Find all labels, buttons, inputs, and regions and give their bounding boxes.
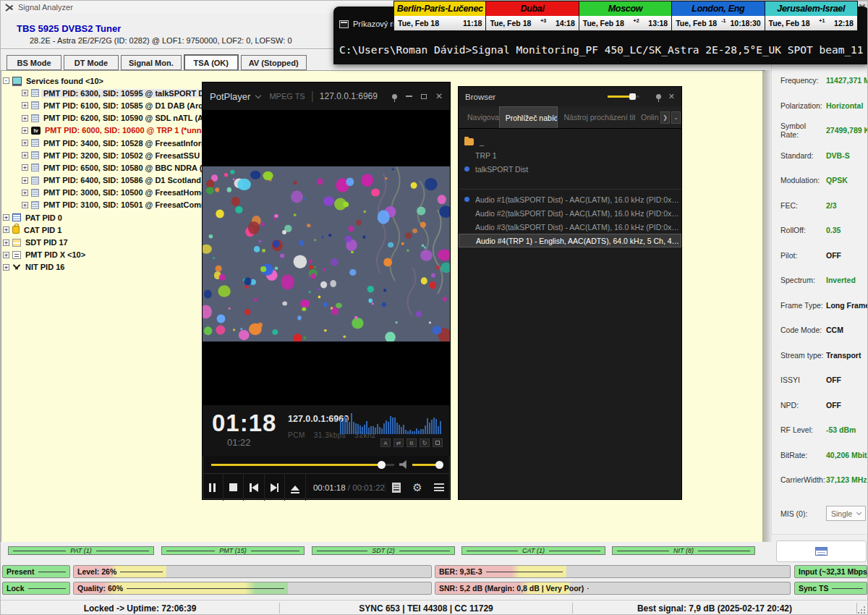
tree-expander[interactable]: +	[22, 152, 28, 158]
clock-london-eng: London, EngTue, Feb 18-110:18:30	[672, 1, 765, 31]
tree-expander[interactable]: +	[22, 102, 28, 109]
volume-knob[interactable]	[435, 461, 443, 469]
potplayer-titlebar[interactable]: PotPlayer MPEG TS | 127.0.0.1:6969 ✕	[203, 82, 450, 110]
tree-expander[interactable]: +	[22, 115, 28, 122]
clock-date: Tue, Feb 18	[490, 19, 531, 27]
tab-scroll-right-button[interactable]: ❯	[660, 111, 670, 124]
parameter-row: Modulation:QPSK	[780, 168, 866, 193]
close-icon[interactable]: ✕	[668, 92, 675, 101]
close-icon[interactable]: ✕	[435, 91, 443, 101]
section-bar-nit-8-: NIT (8)	[612, 546, 755, 555]
elapsed-time: 01:18	[212, 410, 276, 437]
video-squiggles	[203, 166, 450, 342]
tree-expander[interactable]: +	[22, 177, 28, 184]
tree-expander[interactable]: +	[3, 226, 9, 233]
parameter-value: Transport	[826, 351, 861, 360]
tree-expander[interactable]: +	[3, 239, 9, 246]
mode-button-signal-mon-[interactable]: Signal Mon.	[121, 55, 182, 70]
tree-expander[interactable]: -	[3, 77, 9, 84]
tab-onlin[interactable]: Onlin	[635, 106, 660, 128]
resize-grip[interactable]	[857, 606, 866, 614]
volume-bar[interactable]	[412, 464, 443, 466]
a-point-button[interactable]: A	[380, 438, 391, 447]
pin-icon[interactable]	[656, 94, 661, 99]
ab-arrow-icon[interactable]: ⇄	[393, 438, 404, 447]
tree-expander[interactable]: +	[22, 127, 28, 134]
mis-select[interactable]: Single	[826, 506, 866, 521]
tree-item-label: Services found <10>	[24, 77, 106, 85]
tab-navigovat[interactable]: Navigovat	[461, 106, 499, 128]
next-button[interactable]	[265, 474, 286, 501]
repeat-icon[interactable]: ↻	[420, 438, 430, 447]
parameter-row: Stream type:Transport	[780, 343, 866, 368]
clock-time-row: Tue, Feb 1811:18	[394, 16, 485, 30]
audio-track-item[interactable]: Audio #1(talkSPORT Dist) - AAC(LATM), 16…	[459, 192, 681, 206]
tree-expander[interactable]: +	[22, 90, 28, 96]
tree-expander[interactable]: +	[22, 190, 28, 196]
speaker-icon[interactable]	[399, 460, 409, 469]
terminal-command[interactable]: C:\Users\Roman Dávid>Signal Monitoring_P…	[339, 44, 868, 56]
browser-slider[interactable]	[608, 96, 639, 98]
tree-expander[interactable]: +	[3, 214, 9, 221]
clock-offset: -1	[721, 18, 726, 23]
tree-expander[interactable]: +	[3, 264, 9, 271]
clock-time: 13:18	[648, 19, 668, 27]
browser-titlebar[interactable]: Browser ✕	[459, 87, 681, 106]
audio-track-item[interactable]: Audio #4(TRP 1) - English, AAC(ADTS), 64…	[459, 234, 681, 247]
signal-analyzer-window: Signal Analyzer TBS 5925 DVBS2 Tuner 28.…	[0, 0, 868, 615]
tab-prohl-e-nab-dky[interactable]: Prohlížeč nabídky	[499, 106, 558, 128]
parameter-value: 27499,789 KS/s	[826, 126, 868, 135]
chevron-down-icon	[255, 92, 261, 98]
tree-expander[interactable]: +	[22, 202, 28, 208]
audio-track-item[interactable]: Audio #2(talkSPORT Dist) - AAC(LATM), 16…	[459, 206, 681, 220]
previous-button[interactable]	[244, 474, 265, 501]
tab-n-stroj-proch-zen-titulk-[interactable]: Nástroj procházení titulků	[558, 106, 635, 128]
mode-button-tsa-ok-[interactable]: TSA (OK)	[184, 54, 239, 71]
video-zone[interactable]	[203, 110, 450, 405]
tree-item-label: PMT PID: 6200, SID: 10590 @ SDL nATL (Ar…	[41, 114, 227, 122]
parameter-value: OFF	[826, 401, 841, 410]
stop-button[interactable]	[224, 474, 244, 501]
mis-value: Single	[831, 509, 852, 518]
minimize-icon[interactable]	[406, 96, 412, 97]
fullscreen-icon[interactable]	[433, 438, 443, 447]
seek-knob[interactable]	[378, 461, 386, 469]
maximize-icon[interactable]	[421, 94, 427, 99]
settings-button[interactable]: ⚙	[407, 481, 428, 494]
eject-button[interactable]	[285, 474, 306, 501]
potplayer-window: PotPlayer MPEG TS | 127.0.0.1:6969 ✕	[202, 82, 451, 500]
playlist-button[interactable]	[385, 483, 407, 493]
grid-icon	[31, 114, 39, 122]
parameter-value: CCM	[826, 326, 843, 334]
tab-dropdown-button[interactable]: ⌄	[671, 111, 681, 124]
chevron-down-icon	[856, 510, 861, 515]
seek-progress	[211, 464, 381, 466]
pause-button[interactable]	[203, 474, 224, 501]
tree-expander[interactable]: +	[22, 164, 28, 171]
mode-button-av-stopped-[interactable]: AV (Stopped)	[241, 55, 307, 70]
clock-city: Jerusalem-Israel	[765, 1, 857, 16]
pin-icon[interactable]	[392, 94, 397, 99]
menu-button[interactable]	[428, 483, 450, 491]
parameter-row: ISSYIOFF	[780, 368, 866, 393]
tvblack-icon: tv	[31, 127, 41, 135]
browser-list-item[interactable]: _	[459, 135, 681, 148]
b-point-button[interactable]: B	[407, 438, 417, 447]
browser-list-item[interactable]: talkSPORT Dist	[459, 162, 681, 176]
parameter-label: Frequency:	[780, 76, 826, 85]
tree-expander[interactable]: +	[22, 140, 28, 146]
grid-icon	[31, 139, 39, 147]
mode-button-dt-mode[interactable]: DT Mode	[64, 55, 119, 70]
section-bar-sdt-2-: SDT (2)	[312, 546, 455, 555]
mode-button-bs-mode[interactable]: BS Mode	[7, 55, 61, 70]
audio-track-item[interactable]: Audio #3(talkSPORT Dist) - AAC(LATM), 16…	[459, 220, 681, 234]
browser-list-item[interactable]: TRP 1	[459, 148, 681, 162]
hamburger-icon	[434, 483, 444, 491]
parameter-label: NPD:	[780, 401, 826, 410]
section-label: PAT (1)	[70, 547, 92, 554]
parameter-value: Long Frame	[826, 301, 868, 310]
potplayer-menu[interactable]: PotPlayer	[210, 91, 250, 102]
clock-moscow: MoscowTue, Feb 18+213:18	[579, 1, 672, 31]
seek-bar[interactable]	[211, 464, 394, 466]
tree-expander[interactable]: +	[3, 252, 9, 258]
